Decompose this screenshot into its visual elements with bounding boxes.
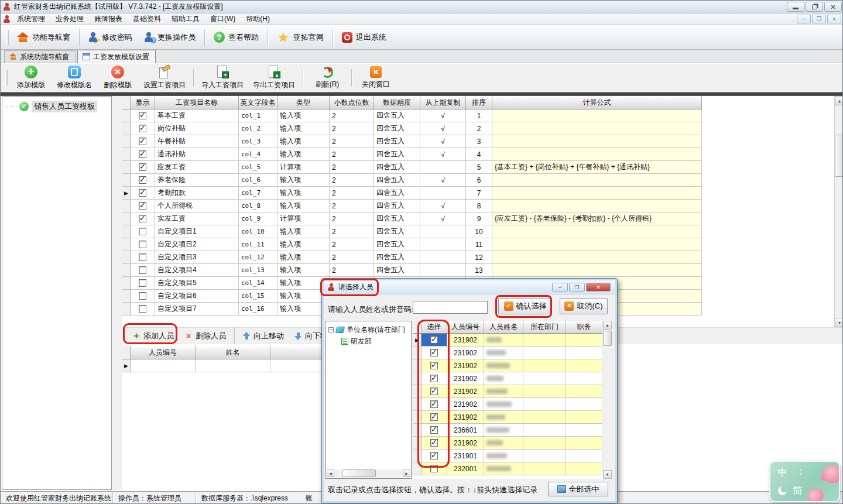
show-checkbox[interactable]: [139, 202, 146, 210]
toolbar-button-power[interactable]: 退出系统: [336, 28, 392, 47]
select-checkbox[interactable]: [430, 465, 438, 472]
salary-row[interactable]: 实发工资col_9计算项2四舍五入√9{应发工资} - {养老保险} - {考勤…: [122, 212, 834, 225]
mdi-restore-button[interactable]: ❐: [812, 15, 826, 23]
salary-row[interactable]: 个人所得税col_8输入项2四舍五入√8: [122, 200, 834, 212]
salary-row[interactable]: ▶考勤扣款col_7输入项2四舍五入7: [122, 187, 834, 200]
cancel-button[interactable]: 取消(C): [560, 298, 608, 314]
dialog-grid-vscrollbar[interactable]: ▲ ▼: [603, 321, 612, 479]
scrollbar-thumb[interactable]: [342, 469, 376, 477]
show-checkbox[interactable]: [139, 176, 146, 184]
dialog-minimize-button[interactable]: ─: [552, 283, 568, 292]
template-button-del-red[interactable]: 删除模版: [97, 64, 139, 91]
scrollbar-thumb[interactable]: [835, 135, 843, 177]
menu-item-0[interactable]: 系统管理: [12, 13, 50, 25]
person-button-up[interactable]: 向上移动: [238, 329, 289, 343]
scroll-down-icon[interactable]: ▼: [835, 318, 843, 327]
select-checkbox[interactable]: [430, 413, 438, 421]
person-search-input[interactable]: [413, 301, 488, 314]
salary-row[interactable]: 自定义项目3col_12输入项2四舍五入12: [122, 251, 834, 264]
select-checkbox[interactable]: [430, 388, 438, 395]
ime-panel[interactable]: 中 ； 简: [769, 461, 840, 502]
tab-1[interactable]: 工资发放模版设置: [77, 50, 156, 63]
select-checkbox[interactable]: [430, 362, 438, 369]
scroll-down-icon[interactable]: ▼: [603, 470, 612, 479]
ime-punctuation[interactable]: ；: [796, 466, 805, 477]
show-checkbox[interactable]: [139, 266, 146, 274]
moon-icon[interactable]: [778, 486, 787, 495]
select-checkbox[interactable]: [430, 452, 438, 460]
template-button-import[interactable]: ▼导入工资项目: [197, 64, 248, 91]
template-button-refresh[interactable]: 刷新(R): [306, 64, 348, 91]
show-checkbox[interactable]: [139, 241, 146, 248]
scroll-right-icon[interactable]: ▶: [403, 469, 410, 477]
panel-splitter[interactable]: [112, 96, 122, 490]
show-checkbox[interactable]: [139, 292, 146, 300]
show-checkbox[interactable]: [139, 305, 146, 313]
scrollbar-thumb[interactable]: [603, 331, 612, 346]
toolbar-button-user-key[interactable]: 修改密码: [83, 28, 138, 47]
salary-row[interactable]: 自定义项目1col_10输入项2四舍五入10: [122, 225, 834, 238]
scroll-left-icon[interactable]: ◀: [327, 469, 334, 477]
ime-mode-chinese[interactable]: 中: [777, 466, 787, 479]
template-button-export[interactable]: ▲导出工资项目: [248, 64, 300, 91]
mdi-close-button[interactable]: ×: [827, 15, 841, 23]
confirm-select-button[interactable]: 确认选择: [498, 298, 552, 314]
restore-button[interactable]: [806, 2, 823, 12]
mdi-minimize-button[interactable]: ─: [797, 15, 811, 23]
salary-row[interactable]: 通讯补贴col_4输入项2四舍五入√4: [122, 148, 834, 161]
show-checkbox[interactable]: [139, 112, 146, 119]
show-checkbox[interactable]: [139, 279, 146, 287]
toolbar-button-home[interactable]: 功能导航窗: [11, 28, 76, 47]
dialog-person-row[interactable]: 231902: [413, 359, 603, 372]
close-button[interactable]: ✕: [824, 2, 842, 12]
dialog-person-row[interactable]: 231902: [413, 385, 603, 398]
person-button-x-small[interactable]: 删除人员: [179, 329, 231, 343]
template-button-plus-green[interactable]: 添加模版: [10, 64, 52, 91]
tree-node-company[interactable]: 单位名称(请在部门: [326, 324, 411, 335]
salary-row[interactable]: 基本工资col_1输入项2四舍五入√1: [122, 109, 834, 122]
select-checkbox[interactable]: [430, 439, 438, 447]
salary-row[interactable]: 应发工资col_5计算项2四舍五入5{基本工资} + {岗位补贴} + {午餐补…: [122, 161, 834, 174]
template-tree-item[interactable]: 销售人员工资模板: [2, 100, 111, 113]
person-button-plus-small[interactable]: 添加人员: [127, 329, 179, 343]
menu-item-6[interactable]: 帮助(H): [241, 13, 275, 25]
tree-hscrollbar[interactable]: ◀ ▶: [327, 469, 410, 478]
salary-row[interactable]: 养老保险col_6输入项2四舍五入√6: [122, 174, 834, 187]
salary-grid-vscrollbar[interactable]: ▲ ▼: [834, 96, 843, 327]
tree-node-department[interactable]: 研发部: [326, 335, 411, 347]
show-checkbox[interactable]: [139, 125, 146, 132]
show-checkbox[interactable]: [139, 150, 146, 158]
salary-row[interactable]: 自定义项目2col_11输入项2四舍五入11: [122, 238, 834, 251]
dialog-person-row[interactable]: ▶231902: [413, 334, 603, 347]
ime-simplified[interactable]: 简: [793, 484, 803, 498]
menu-item-4[interactable]: 辅助工具: [166, 13, 205, 25]
show-checkbox[interactable]: [139, 228, 146, 235]
show-checkbox[interactable]: [139, 215, 146, 222]
show-checkbox[interactable]: [139, 189, 146, 197]
dialog-person-row[interactable]: 231902: [413, 437, 603, 450]
menu-item-3[interactable]: 基础资料: [128, 13, 166, 25]
dialog-person-row[interactable]: 231902: [413, 347, 603, 359]
dialog-person-row[interactable]: 231902: [413, 411, 603, 424]
menu-item-1[interactable]: 业务处理: [50, 13, 89, 25]
dialog-close-button[interactable]: ✕: [586, 283, 611, 292]
template-button-close-orange[interactable]: 关闭窗口: [355, 64, 397, 91]
collapse-icon[interactable]: [328, 327, 334, 332]
show-checkbox[interactable]: [139, 163, 146, 171]
toolbar-button-user-switch[interactable]: 更换操作员: [138, 28, 201, 47]
minimize-button[interactable]: [787, 2, 804, 12]
salary-row[interactable]: 自定义项目4col_13输入项2四舍五入13: [122, 264, 834, 277]
select-checkbox[interactable]: [430, 426, 438, 434]
dialog-person-row[interactable]: 236601: [413, 424, 603, 437]
template-button-doc-hand[interactable]: 设置工资项目: [139, 64, 190, 91]
scroll-up-icon[interactable]: ▲: [835, 96, 843, 105]
show-checkbox[interactable]: [139, 138, 146, 145]
template-button-edit-blue[interactable]: 修改模版名: [52, 64, 97, 91]
select-all-button[interactable]: 全部选中: [548, 482, 608, 496]
select-checkbox[interactable]: [430, 375, 438, 382]
select-checkbox[interactable]: [430, 336, 438, 344]
select-checkbox[interactable]: [430, 400, 438, 408]
show-checkbox[interactable]: [139, 253, 146, 261]
dialog-restore-button[interactable]: ❐: [569, 283, 585, 292]
menu-item-5[interactable]: 窗口(W): [205, 13, 241, 25]
